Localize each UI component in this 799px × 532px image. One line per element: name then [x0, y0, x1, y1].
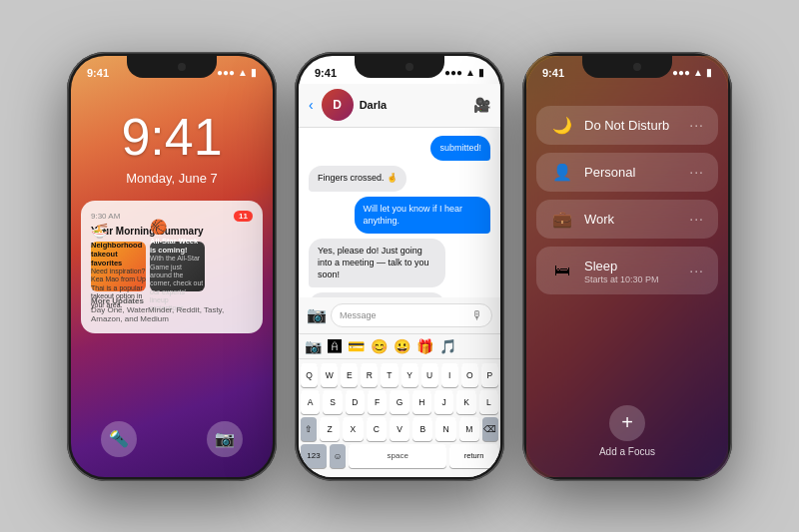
key-a[interactable]: A [301, 390, 320, 414]
focus-row-work[interactable]: 💼 Work ··· [536, 200, 718, 239]
phone-2: 9:41 ●●● ▲ ▮ ‹ D Darla 🎥 submitted! Fing… [295, 52, 504, 481]
key-c[interactable]: C [367, 417, 387, 441]
message-input[interactable]: Message 🎙 [331, 303, 492, 327]
signal-icon-2: ●●● [444, 67, 462, 78]
back-button[interactable]: ‹ [309, 97, 314, 113]
key-w[interactable]: W [321, 363, 338, 387]
emoji-appstore[interactable]: 🅰 [328, 338, 342, 354]
key-f[interactable]: F [368, 390, 387, 414]
status-icons-3: ●●● ▲ ▮ [672, 67, 712, 78]
status-time-2: 9:41 [315, 67, 337, 79]
key-v[interactable]: V [390, 417, 409, 441]
message-placeholder: Message [340, 310, 471, 320]
keyboard-row-4: 123 ☺ space return [301, 444, 498, 468]
notification-card[interactable]: 9:30 AM 11 Your Morning Summary 🍜 Neighb… [81, 201, 263, 333]
focus-work-options[interactable]: ··· [689, 211, 704, 227]
signal-icon-3: ●●● [672, 67, 690, 78]
key-o[interactable]: O [461, 363, 478, 387]
lock-time: 9:41 [71, 111, 273, 163]
message-bubble-out-1: submitted! [430, 136, 490, 162]
lock-date: Monday, June 7 [71, 171, 273, 186]
key-h[interactable]: H [412, 390, 431, 414]
moon-icon: 🌙 [550, 116, 574, 135]
focus-dnd-options[interactable]: ··· [689, 117, 704, 133]
focus-row-sleep[interactable]: 🛏 Sleep Starts at 10:30 PM ··· [536, 247, 718, 294]
key-g[interactable]: G [390, 390, 408, 414]
key-delete[interactable]: ⌫ [482, 417, 498, 441]
message-toolbar: 📷 Message 🎙 [299, 297, 500, 334]
focus-dnd-label: Do Not Disturb [584, 118, 679, 133]
phone-2-screen: 9:41 ●●● ▲ ▮ ‹ D Darla 🎥 submitted! Fing… [299, 56, 500, 477]
camera-icon[interactable]: 📷 [207, 421, 243, 457]
wifi-icon-1: ▲ [238, 67, 248, 78]
focus-personal-options[interactable]: ··· [689, 164, 704, 180]
emoji-music[interactable]: 🎵 [439, 338, 456, 354]
key-b[interactable]: B [412, 417, 432, 441]
messages-header: ‹ D Darla 🎥 [299, 84, 500, 128]
add-focus-area: + Add a Focus [526, 405, 728, 457]
focus-personal-label: Personal [584, 165, 679, 180]
notch-1 [127, 56, 217, 78]
focus-row-personal[interactable]: 👤 Personal ··· [536, 153, 718, 192]
keyboard-row-1: Q W E R T Y U I O P [301, 363, 498, 387]
key-e[interactable]: E [341, 363, 358, 387]
video-call-button[interactable]: 🎥 [473, 97, 490, 113]
notch-3 [582, 56, 672, 78]
briefcase-icon: 💼 [550, 210, 574, 229]
notch-2 [355, 56, 444, 78]
emoji-bar: 📷 🅰 💳 😊 😀 🎁 🎵 [299, 334, 500, 359]
key-n[interactable]: N [435, 417, 455, 441]
add-focus-button[interactable]: + [609, 405, 645, 441]
key-q[interactable]: Q [301, 363, 318, 387]
key-u[interactable]: U [421, 363, 438, 387]
key-t[interactable]: T [381, 363, 398, 387]
status-icons-2: ●●● ▲ ▮ [444, 67, 484, 78]
contact-name: Darla [360, 99, 388, 111]
focus-row-dnd[interactable]: 🌙 Do Not Disturb ··· [536, 106, 718, 145]
emoji-camera[interactable]: 📷 [305, 338, 322, 354]
key-space[interactable]: space [349, 444, 446, 468]
keyboard-row-2: A S D F G H J K L [301, 390, 498, 414]
focus-panel: 🌙 Do Not Disturb ··· 👤 Personal ··· 💼 Wo… [536, 106, 718, 294]
key-l[interactable]: L [479, 390, 498, 414]
focus-sleep-label: Sleep [584, 259, 617, 273]
key-return[interactable]: return [449, 444, 498, 468]
key-s[interactable]: S [323, 390, 342, 414]
phone-3: 9:41 ●●● ▲ ▮ 🌙 Do Not Disturb ··· 👤 Pers… [522, 52, 732, 481]
wifi-icon-2: ▲ [465, 67, 475, 78]
audio-icon[interactable]: 🎙 [471, 308, 483, 322]
key-shift[interactable]: ⇧ [301, 417, 317, 441]
signal-icon-1: ●●● [217, 67, 235, 78]
wifi-icon-3: ▲ [693, 67, 703, 78]
phone-1-screen: 9:41 ●●● ▲ ▮ 9:41 Monday, June 7 9:30 AM… [71, 56, 273, 477]
key-x[interactable]: X [343, 417, 363, 441]
key-i[interactable]: I [441, 363, 458, 387]
flashlight-icon[interactable]: 🔦 [101, 421, 137, 457]
keyboard: Q W E R T Y U I O P A S D F G H [299, 359, 500, 477]
key-num[interactable]: 123 [301, 444, 327, 468]
camera-tool-icon[interactable]: 📷 [307, 305, 327, 324]
contact-avatar: D [322, 89, 354, 121]
notif-time: 9:30 AM [91, 212, 120, 221]
battery-icon-1: ▮ [251, 67, 257, 78]
focus-sleep-options[interactable]: ··· [689, 263, 704, 278]
key-d[interactable]: D [346, 390, 365, 414]
key-m[interactable]: M [459, 417, 479, 441]
battery-icon-3: ▮ [706, 67, 712, 78]
key-p[interactable]: P [481, 363, 498, 387]
emoji-gift[interactable]: 🎁 [416, 338, 433, 354]
key-k[interactable]: K [456, 390, 475, 414]
key-j[interactable]: J [434, 390, 453, 414]
emoji-pay[interactable]: 💳 [348, 338, 365, 354]
emoji-memoji[interactable]: 😊 [371, 338, 388, 354]
key-emoji[interactable]: ☺ [330, 444, 346, 468]
status-icons-1: ●●● ▲ ▮ [217, 67, 257, 78]
key-r[interactable]: R [361, 363, 378, 387]
focus-work-label: Work [584, 212, 679, 227]
status-time-3: 9:41 [542, 67, 564, 79]
emoji-animoji[interactable]: 😀 [394, 338, 410, 354]
key-z[interactable]: Z [320, 417, 340, 441]
lock-bottom: 🔦 📷 [71, 421, 273, 457]
key-y[interactable]: Y [401, 363, 418, 387]
person-icon: 👤 [550, 163, 574, 182]
